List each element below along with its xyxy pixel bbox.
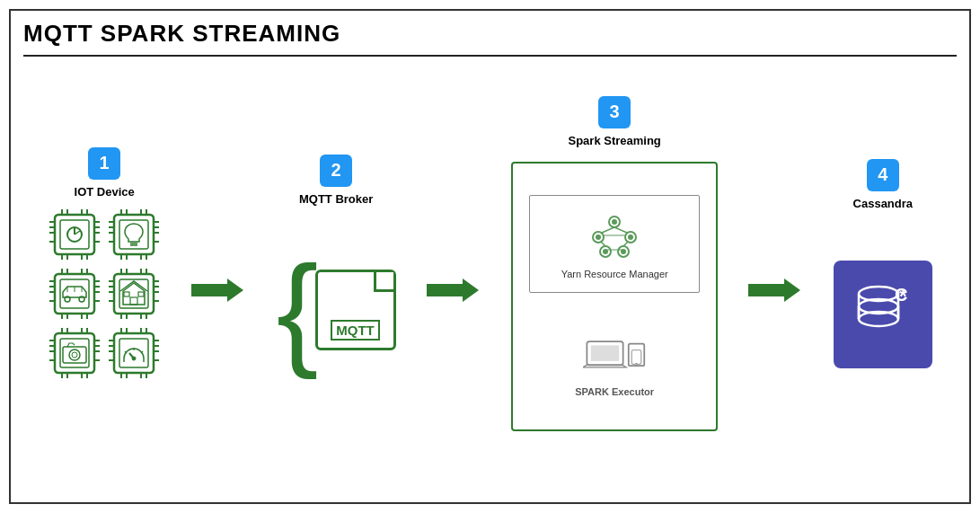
iot-device-grid [48,208,161,380]
chip-dial [48,208,102,261]
step-1-badge: 1 [88,147,120,180]
svg-line-140 [601,242,605,246]
cassandra-icon-box: * C [834,261,932,368]
svg-marker-132 [427,279,479,302]
svg-rect-84 [138,292,144,296]
svg-marker-154 [748,279,800,302]
diagram-area: 1 IOT Device [23,66,957,461]
svg-marker-131 [191,279,243,302]
mqtt-icon-corner [374,272,393,292]
svg-rect-123 [119,339,148,367]
mqtt-broker-area: { MQTT [277,247,396,373]
curly-brace-icon: { [277,247,319,373]
chip-camera [48,326,102,380]
step-1-col: 1 IOT Device [48,147,161,380]
step-4-label: Cassandra [853,197,913,210]
svg-rect-82 [130,297,137,305]
svg-rect-58 [60,279,89,308]
svg-rect-38 [119,220,148,249]
mqtt-icon: MQTT [315,270,396,350]
svg-point-145 [596,234,601,240]
diagram-container: MQTT SPARK STREAMING 1 IOT Device [9,9,971,504]
yarn-resource-manager-label: Yarn Resource Manager [561,269,668,279]
step-1-label: IOT Device [75,185,135,199]
svg-point-144 [612,219,617,225]
step-2-badge: 2 [320,155,352,187]
svg-point-104 [69,349,80,360]
page-title: MQTT SPARK STREAMING [23,20,957,48]
svg-rect-83 [124,292,129,296]
svg-line-141 [623,242,628,246]
spark-executor-label: SPARK Executor [575,386,654,397]
title-divider [23,55,957,57]
step-3-badge: 3 [598,96,631,128]
arrow-2 [427,272,481,308]
step-2-col: 2 MQTT Broker { MQTT [277,155,396,373]
svg-line-138 [602,227,614,233]
chip-gauge [107,326,161,380]
svg-point-146 [628,234,633,240]
step-4-badge: 4 [867,159,899,191]
yarn-icon [587,208,641,261]
step-4-col: 4 Cassandra * C [834,159,932,368]
spark-streaming-box: Yarn Resource Manager [511,162,718,431]
mqtt-text: MQTT [331,320,380,341]
svg-point-147 [603,249,608,254]
step-3-col: 3 Spark Streaming [511,96,718,431]
chip-lightbulb [107,208,161,261]
chip-house [107,267,161,321]
svg-line-139 [614,227,627,233]
step-2-label: MQTT Broker [299,192,373,206]
arrow-3 [748,272,802,308]
yarn-resource-manager-box: Yarn Resource Manager [529,195,700,293]
svg-point-105 [72,352,77,358]
step-3-label: Spark Streaming [569,134,661,147]
svg-text:C: C [895,285,907,305]
executor-icon [583,337,646,381]
chip-car [48,267,102,321]
svg-rect-151 [629,344,645,367]
svg-rect-150 [591,345,620,361]
svg-point-148 [621,249,626,254]
spark-executor-area: SPARK Executor [575,337,654,397]
arrow-1 [191,272,245,308]
svg-point-130 [132,357,136,360]
svg-rect-153 [631,350,641,365]
